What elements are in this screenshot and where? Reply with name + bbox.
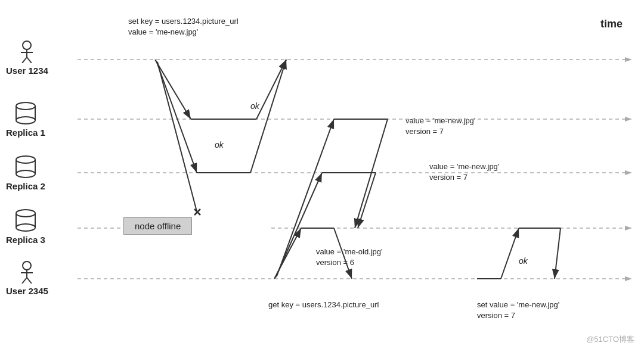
svg-line-37 — [157, 62, 197, 211]
svg-point-13 — [16, 210, 35, 217]
replica2-value-label: value = 'me-new.jpg' — [429, 162, 499, 171]
node-offline-box: node offline — [123, 217, 192, 235]
diagram-svg — [0, 0, 644, 352]
svg-line-45 — [275, 173, 322, 278]
svg-line-35 — [155, 60, 191, 119]
svg-line-50 — [358, 173, 376, 228]
svg-line-36 — [156, 61, 197, 173]
cylinder-icon-replica3 — [15, 207, 36, 233]
svg-line-39 — [194, 209, 200, 215]
svg-line-21 — [27, 278, 32, 284]
svg-point-9 — [16, 156, 35, 163]
svg-line-3 — [22, 57, 27, 63]
svg-line-54 — [501, 228, 519, 279]
svg-marker-25 — [625, 57, 632, 62]
get-key-label: get key = users.1234.picture_url — [268, 300, 379, 309]
svg-line-48 — [355, 119, 388, 228]
user2345-version-label: version = 6 — [316, 258, 354, 267]
user2345-value-label: value = 'me-old.jpg' — [316, 247, 383, 256]
svg-marker-32 — [625, 226, 632, 230]
diagram-container: time set key = users.1234.picture_url va… — [0, 0, 644, 352]
svg-point-17 — [23, 261, 31, 270]
user1234-label: User 1234 — [6, 41, 48, 76]
cylinder-icon-replica2 — [15, 154, 36, 180]
replica2-label: Replica 2 — [6, 154, 45, 191]
replica1-label: Replica 1 — [6, 100, 45, 138]
replica3-label: Replica 3 — [6, 207, 45, 245]
svg-line-41 — [256, 60, 286, 119]
svg-marker-34 — [625, 276, 632, 281]
person-icon-user2345 — [18, 261, 36, 284]
set-value-label: value = 'me-new.jpg' — [128, 27, 198, 36]
svg-point-16 — [16, 224, 35, 231]
svg-point-8 — [16, 117, 35, 124]
ok-upper-label: ok — [250, 101, 259, 111]
replica1-value-label: value = 'me-new.jpg' — [405, 116, 475, 125]
svg-line-43 — [250, 60, 286, 173]
svg-line-56 — [555, 228, 561, 279]
ok-right-label: ok — [519, 256, 528, 266]
watermark: @51CTO博客 — [586, 334, 634, 345]
svg-line-4 — [27, 57, 32, 63]
set-version-right-label: version = 7 — [477, 311, 515, 320]
svg-line-44 — [274, 228, 301, 279]
replica1-version-label: version = 7 — [405, 127, 444, 136]
replica2-version-label: version = 7 — [429, 173, 467, 182]
set-value-right-label: set value = 'me-new.jpg' — [477, 300, 559, 309]
svg-marker-27 — [625, 117, 632, 122]
svg-line-38 — [194, 209, 200, 215]
svg-point-0 — [23, 41, 31, 49]
set-key-label: set key = users.1234.picture_url — [128, 17, 239, 26]
user2345-label: User 2345 — [6, 261, 48, 296]
svg-marker-29 — [625, 170, 632, 175]
cylinder-icon-replica1 — [15, 100, 36, 126]
person-icon-user1234 — [18, 41, 36, 63]
svg-point-5 — [16, 102, 35, 110]
svg-point-12 — [16, 170, 35, 177]
time-label: time — [600, 18, 623, 30]
svg-line-20 — [22, 278, 27, 284]
ok-lower-label: ok — [215, 140, 224, 149]
